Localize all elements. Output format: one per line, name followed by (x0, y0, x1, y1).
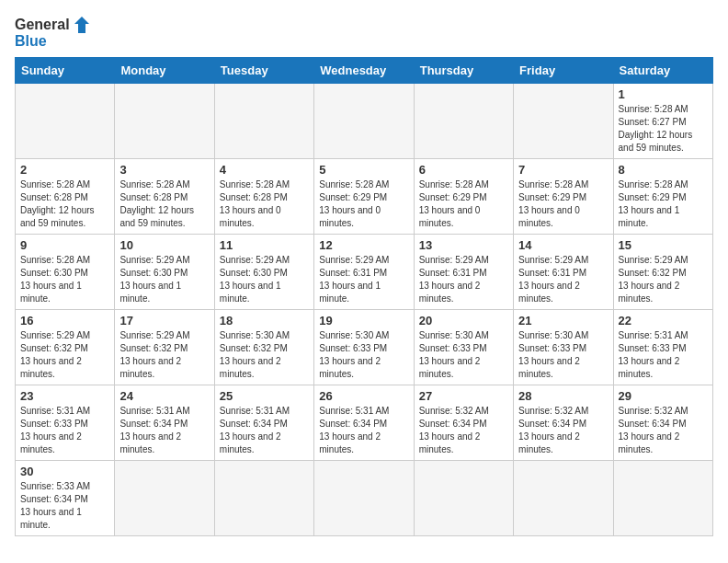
calendar-cell: 28Sunrise: 5:32 AMSunset: 6:34 PM13 hour… (514, 385, 613, 460)
calendar-cell: 4Sunrise: 5:28 AMSunset: 6:28 PM13 hours… (214, 158, 313, 234)
day-number: 19 (319, 314, 408, 327)
day-number: 8 (619, 163, 708, 177)
day-number: 23 (20, 389, 109, 403)
day-info: Sunrise: 5:30 AMSunset: 6:33 PM13 hours … (419, 329, 508, 381)
day-number: 6 (419, 163, 508, 177)
day-info: Sunrise: 5:28 AMSunset: 6:27 PMDaylight:… (619, 103, 708, 155)
day-number: 10 (119, 238, 209, 252)
day-info: Sunrise: 5:31 AMSunset: 6:33 PM13 hours … (619, 329, 708, 381)
calendar-week-row: 16Sunrise: 5:29 AMSunset: 6:32 PM13 hour… (16, 309, 713, 385)
day-number: 30 (20, 465, 109, 478)
calendar-cell: 17Sunrise: 5:29 AMSunset: 6:32 PM13 hour… (115, 309, 214, 385)
calendar-week-row: 1Sunrise: 5:28 AMSunset: 6:27 PMDaylight… (16, 83, 713, 158)
day-number: 16 (20, 314, 109, 327)
calendar-cell: 20Sunrise: 5:30 AMSunset: 6:33 PM13 hour… (414, 309, 513, 385)
calendar-cell: 18Sunrise: 5:30 AMSunset: 6:32 PM13 hour… (214, 309, 313, 385)
day-info: Sunrise: 5:29 AMSunset: 6:30 PM13 hours … (220, 254, 309, 305)
day-info: Sunrise: 5:28 AMSunset: 6:28 PM13 hours … (220, 178, 309, 230)
calendar-cell: 2Sunrise: 5:28 AMSunset: 6:28 PMDaylight… (16, 158, 115, 234)
weekday-header: Sunday (16, 57, 115, 83)
calendar-cell: 27Sunrise: 5:32 AMSunset: 6:34 PM13 hour… (414, 385, 513, 460)
weekday-header: Friday (514, 57, 613, 83)
day-info: Sunrise: 5:31 AMSunset: 6:33 PM13 hours … (20, 405, 109, 456)
calendar-cell: 13Sunrise: 5:29 AMSunset: 6:31 PM13 hour… (414, 234, 513, 309)
day-info: Sunrise: 5:28 AMSunset: 6:28 PMDaylight:… (119, 178, 209, 230)
calendar-cell: 21Sunrise: 5:30 AMSunset: 6:33 PM13 hour… (514, 309, 613, 385)
calendar-cell (514, 460, 613, 535)
day-info: Sunrise: 5:29 AMSunset: 6:32 PM13 hours … (20, 329, 109, 381)
day-info: Sunrise: 5:32 AMSunset: 6:34 PM13 hours … (518, 405, 608, 456)
calendar-cell: 30Sunrise: 5:33 AMSunset: 6:34 PM13 hour… (16, 460, 115, 535)
day-number: 13 (419, 238, 508, 252)
calendar-cell (115, 83, 214, 158)
calendar-header: SundayMondayTuesdayWednesdayThursdayFrid… (16, 57, 713, 83)
calendar-cell (314, 460, 414, 535)
calendar-cell: 6Sunrise: 5:28 AMSunset: 6:29 PM13 hours… (414, 158, 513, 234)
day-info: Sunrise: 5:28 AMSunset: 6:28 PMDaylight:… (20, 178, 109, 230)
calendar-week-row: 23Sunrise: 5:31 AMSunset: 6:33 PM13 hour… (16, 385, 713, 460)
day-number: 5 (319, 163, 408, 177)
day-number: 18 (220, 314, 309, 327)
day-number: 27 (419, 389, 508, 403)
day-number: 21 (518, 314, 608, 327)
calendar-cell: 23Sunrise: 5:31 AMSunset: 6:33 PM13 hour… (16, 385, 115, 460)
calendar-cell: 11Sunrise: 5:29 AMSunset: 6:30 PM13 hour… (214, 234, 313, 309)
day-number: 24 (119, 389, 209, 403)
calendar-cell (314, 83, 414, 158)
calendar-cell (613, 460, 712, 535)
logo: General Blue (15, 15, 92, 50)
day-info: Sunrise: 5:30 AMSunset: 6:33 PM13 hours … (518, 329, 608, 381)
calendar-cell (115, 460, 214, 535)
weekday-header: Saturday (613, 57, 712, 83)
day-number: 3 (119, 163, 209, 177)
day-info: Sunrise: 5:30 AMSunset: 6:32 PM13 hours … (220, 329, 309, 381)
calendar-cell: 24Sunrise: 5:31 AMSunset: 6:34 PM13 hour… (115, 385, 214, 460)
day-info: Sunrise: 5:28 AMSunset: 6:29 PM13 hours … (319, 178, 408, 230)
day-number: 9 (20, 238, 109, 252)
calendar-cell: 19Sunrise: 5:30 AMSunset: 6:33 PM13 hour… (314, 309, 414, 385)
weekday-header: Tuesday (214, 57, 313, 83)
day-number: 17 (119, 314, 209, 327)
day-info: Sunrise: 5:31 AMSunset: 6:34 PM13 hours … (319, 405, 408, 456)
calendar-cell: 22Sunrise: 5:31 AMSunset: 6:33 PM13 hour… (613, 309, 712, 385)
calendar-cell (414, 460, 513, 535)
calendar-cell: 12Sunrise: 5:29 AMSunset: 6:31 PM13 hour… (314, 234, 414, 309)
calendar-cell (214, 460, 313, 535)
day-info: Sunrise: 5:29 AMSunset: 6:32 PM13 hours … (119, 329, 209, 381)
calendar-week-row: 9Sunrise: 5:28 AMSunset: 6:30 PM13 hours… (16, 234, 713, 309)
day-info: Sunrise: 5:29 AMSunset: 6:30 PM13 hours … (119, 254, 209, 305)
day-number: 29 (619, 389, 708, 403)
calendar-cell: 7Sunrise: 5:28 AMSunset: 6:29 PM13 hours… (514, 158, 613, 234)
day-number: 14 (518, 238, 608, 252)
day-number: 22 (619, 314, 708, 327)
day-number: 4 (220, 163, 309, 177)
calendar-cell: 1Sunrise: 5:28 AMSunset: 6:27 PMDaylight… (613, 83, 712, 158)
logo-blue: Blue (15, 33, 47, 50)
day-number: 26 (319, 389, 408, 403)
page-header: General Blue (15, 15, 713, 50)
day-info: Sunrise: 5:29 AMSunset: 6:31 PM13 hours … (419, 254, 508, 305)
day-info: Sunrise: 5:30 AMSunset: 6:33 PM13 hours … (319, 329, 408, 381)
calendar-cell: 8Sunrise: 5:28 AMSunset: 6:29 PM13 hours… (613, 158, 712, 234)
calendar-week-row: 30Sunrise: 5:33 AMSunset: 6:34 PM13 hour… (16, 460, 713, 535)
day-info: Sunrise: 5:31 AMSunset: 6:34 PM13 hours … (119, 405, 209, 456)
svg-marker-0 (74, 17, 89, 33)
day-number: 1 (619, 87, 708, 101)
calendar-table: SundayMondayTuesdayWednesdayThursdayFrid… (15, 57, 713, 536)
calendar-cell: 9Sunrise: 5:28 AMSunset: 6:30 PM13 hours… (16, 234, 115, 309)
day-info: Sunrise: 5:29 AMSunset: 6:31 PM13 hours … (518, 254, 608, 305)
calendar-cell (414, 83, 513, 158)
logo-container: General Blue (15, 15, 92, 50)
calendar-cell: 29Sunrise: 5:32 AMSunset: 6:34 PM13 hour… (613, 385, 712, 460)
day-info: Sunrise: 5:32 AMSunset: 6:34 PM13 hours … (419, 405, 508, 456)
day-info: Sunrise: 5:28 AMSunset: 6:29 PM13 hours … (518, 178, 608, 230)
day-info: Sunrise: 5:28 AMSunset: 6:30 PM13 hours … (20, 254, 109, 305)
weekday-header: Thursday (414, 57, 513, 83)
day-number: 28 (518, 389, 608, 403)
calendar-cell: 14Sunrise: 5:29 AMSunset: 6:31 PM13 hour… (514, 234, 613, 309)
calendar-cell (16, 83, 115, 158)
calendar-cell: 5Sunrise: 5:28 AMSunset: 6:29 PM13 hours… (314, 158, 414, 234)
weekday-header: Wednesday (314, 57, 414, 83)
calendar-week-row: 2Sunrise: 5:28 AMSunset: 6:28 PMDaylight… (16, 158, 713, 234)
calendar-cell: 25Sunrise: 5:31 AMSunset: 6:34 PM13 hour… (214, 385, 313, 460)
